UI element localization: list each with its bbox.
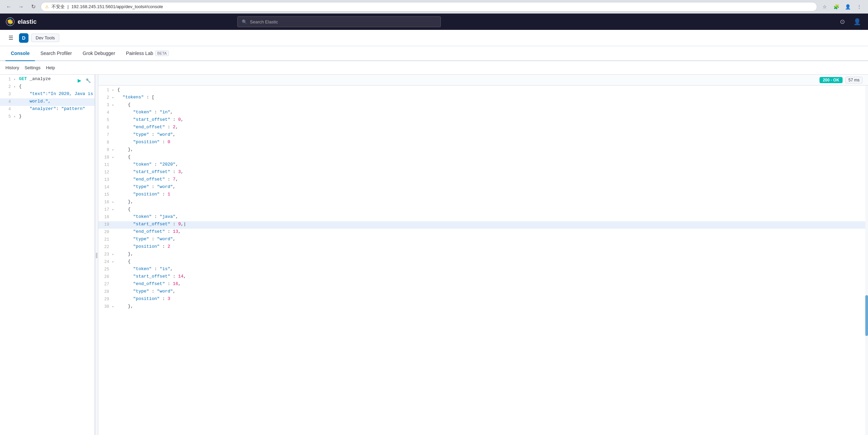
- status-badge: 200 - OK: [820, 77, 843, 83]
- output-line-16: 16 ▾ },: [98, 199, 868, 206]
- search-placeholder: Search Elastic: [250, 19, 278, 24]
- sub-header: ☰ D Dev Tools: [0, 30, 868, 46]
- editor-content[interactable]: 1 ▾ GET _analyze 2 ▾ { 3 "text":"In 2020…: [0, 75, 95, 435]
- editor-line-4a: 4 world.",: [0, 98, 95, 106]
- scrollbar[interactable]: [865, 86, 868, 435]
- profile-icon[interactable]: 👤: [843, 2, 852, 12]
- output-panel: 200 - OK 57 ms 1 ▾ { 2 ▾ "tokens" : [ 3 …: [98, 75, 868, 435]
- editor-line-5: 5 ▾ }: [0, 113, 95, 121]
- output-line-18: 18 "token" : "java",: [98, 214, 868, 221]
- output-line-8: 8 "position" : 0: [98, 139, 868, 147]
- help-icon[interactable]: ⊙: [837, 16, 848, 27]
- scrollbar-thumb: [865, 295, 868, 336]
- panel-divider[interactable]: ‖: [95, 75, 98, 435]
- output-line-12: 12 "start_offset" : 3,: [98, 169, 868, 176]
- settings-button[interactable]: Settings: [24, 65, 40, 70]
- back-button[interactable]: ←: [4, 2, 14, 12]
- output-line-17: 17 ▾ {: [98, 206, 868, 214]
- editor-line-3: 3 "text":"In 2020, Java is the best lang…: [0, 91, 95, 98]
- output-content[interactable]: 1 ▾ { 2 ▾ "tokens" : [ 3 ▾ { 4 "tok: [98, 86, 868, 435]
- tab-search-profiler[interactable]: Search Profiler: [35, 46, 77, 61]
- tab-grok-debugger[interactable]: Grok Debugger: [77, 46, 121, 61]
- output-line-23: 23 ▾ },: [98, 251, 868, 259]
- address-bar[interactable]: ⚠ 不安全 | 192.168.245.151:5601/app/dev_too…: [41, 2, 817, 12]
- tab-nav: Console Search Profiler Grok Debugger Pa…: [0, 46, 868, 61]
- elastic-logo[interactable]: elastic: [5, 17, 37, 26]
- elastic-logo-icon: [5, 17, 15, 26]
- output-line-20: 20 "end_offset" : 13,: [98, 229, 868, 236]
- logo-text: elastic: [18, 18, 37, 25]
- output-line-21: 21 "type" : "word",: [98, 236, 868, 244]
- url-text: 192.168.245.151:5601/app/dev_tools#/cons…: [71, 4, 163, 9]
- search-bar-container: 🔍 Search Elastic: [237, 16, 441, 27]
- output-header: 200 - OK 57 ms: [98, 75, 868, 86]
- editor-line-2: 2 ▾ {: [0, 83, 95, 91]
- output-line-15: 15 "position" : 1: [98, 191, 868, 199]
- editor-toolbar: ▶ 🔧: [76, 77, 92, 84]
- editor-line-4b: 4 "analyzer": "pattern": [0, 106, 95, 113]
- output-line-4: 4 "token" : "in",: [98, 109, 868, 117]
- hamburger-button[interactable]: ☰: [5, 33, 16, 43]
- time-badge: 57 ms: [845, 77, 863, 83]
- tab-console[interactable]: Console: [5, 46, 35, 61]
- output-line-13: 13 "end_offset" : 7,: [98, 176, 868, 184]
- search-icon: 🔍: [242, 19, 247, 24]
- editor-panel: ▶ 🔧 1 ▾ GET _analyze 2 ▾ { 3 "text":"In …: [0, 75, 95, 435]
- output-line-30: 30 ▾ },: [98, 303, 868, 311]
- output-line-14: 14 "type" : "word",: [98, 184, 868, 191]
- output-line-6: 6 "end_offset" : 2,: [98, 124, 868, 132]
- output-line-1: 1 ▾ {: [98, 87, 868, 94]
- output-line-2: 2 ▾ "tokens" : [: [98, 94, 868, 102]
- url-warning: 不安全: [52, 4, 65, 10]
- output-line-27: 27 "end_offset" : 16,: [98, 281, 868, 288]
- output-line-24: 24 ▾ {: [98, 259, 868, 266]
- run-button[interactable]: ▶: [76, 77, 83, 84]
- forward-button[interactable]: →: [16, 2, 26, 12]
- output-line-25: 25 "token" : "is",: [98, 266, 868, 273]
- output-line-11: 11 "token" : "2020",: [98, 162, 868, 169]
- help-button[interactable]: Help: [46, 65, 55, 70]
- history-button[interactable]: History: [5, 65, 19, 70]
- menu-icon[interactable]: ⋮: [854, 2, 864, 12]
- reload-button[interactable]: ↻: [28, 2, 38, 12]
- output-line-28: 28 "type" : "word",: [98, 288, 868, 296]
- main-content: ▶ 🔧 1 ▾ GET _analyze 2 ▾ { 3 "text":"In …: [0, 75, 868, 435]
- output-line-10: 10 ▾ {: [98, 154, 868, 162]
- output-line-5: 5 "start_offset" : 0,: [98, 117, 868, 124]
- global-search-bar[interactable]: 🔍 Search Elastic: [237, 16, 441, 27]
- user-icon[interactable]: 👤: [852, 16, 863, 27]
- beta-badge: BETA: [155, 51, 169, 56]
- breadcrumb[interactable]: Dev Tools: [31, 34, 59, 42]
- output-line-22: 22 "position" : 2: [98, 244, 868, 251]
- output-line-3: 3 ▾ {: [98, 102, 868, 109]
- header-right: ⊙ 👤: [837, 16, 863, 27]
- app-header: elastic 🔍 Search Elastic ⊙ 👤: [0, 14, 868, 30]
- output-line-9: 9 ▾ },: [98, 147, 868, 154]
- wrench-icon[interactable]: 🔧: [84, 77, 92, 84]
- bookmark-icon[interactable]: ☆: [820, 2, 829, 12]
- output-line-19: 19 "start_offset" : 9,|: [98, 221, 868, 229]
- user-badge: D: [19, 33, 28, 43]
- output-line-29: 29 "position" : 3: [98, 296, 868, 303]
- extensions-icon[interactable]: 🧩: [831, 2, 841, 12]
- toolbar: History Settings Help: [0, 61, 868, 75]
- browser-actions: ☆ 🧩 👤 ⋮: [820, 2, 864, 12]
- output-line-26: 26 "start_offset" : 14,: [98, 273, 868, 281]
- tab-painless-lab[interactable]: Painless Lab BETA: [121, 46, 174, 61]
- output-line-7: 7 "type" : "word",: [98, 132, 868, 139]
- security-warning-icon: ⚠: [45, 4, 49, 9]
- browser-bar: ← → ↻ ⚠ 不安全 | 192.168.245.151:5601/app/d…: [0, 0, 868, 14]
